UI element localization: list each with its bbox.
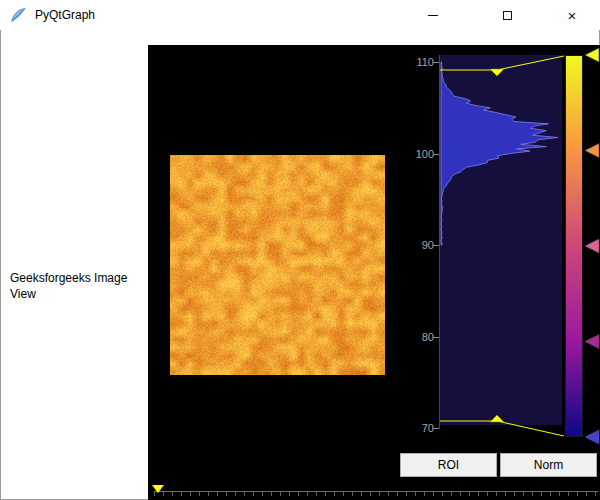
timeline-axis[interactable] <box>148 482 600 500</box>
close-button[interactable]: × <box>544 0 600 30</box>
window-title: PyQtGraph <box>35 8 95 22</box>
gradient-tick-arrow-icon[interactable] <box>585 48 599 62</box>
side-caption: Geeksforgeeks Image View <box>10 270 148 302</box>
timeline-marker-icon[interactable] <box>150 483 166 495</box>
axis-tick-label: 80 <box>400 331 434 343</box>
norm-button[interactable]: Norm <box>500 453 597 477</box>
maximize-icon <box>503 11 512 20</box>
minimize-icon <box>428 15 438 16</box>
axis-tick-label: 70 <box>400 422 434 434</box>
gradient-tick-arrow-icon[interactable] <box>585 430 599 444</box>
titlebar[interactable]: PyQtGraph × <box>0 0 600 30</box>
axis-tick-label: 100 <box>400 148 434 160</box>
timeline-line <box>154 491 598 492</box>
axis-tick-label: 110 <box>400 56 434 68</box>
timeline-ticks <box>154 492 598 496</box>
histogram-plot[interactable] <box>440 55 562 425</box>
close-icon: × <box>568 7 577 24</box>
noise-image[interactable] <box>170 155 385 375</box>
histogram-curve <box>440 55 562 425</box>
gradient-tick-arrow-icon[interactable] <box>585 144 599 158</box>
app-window: PyQtGraph × Geeksforgeeks Image View 110… <box>0 0 600 500</box>
gradient-tick-arrow-icon[interactable] <box>585 335 599 349</box>
window-controls: × <box>396 0 600 30</box>
maximize-button[interactable] <box>470 0 544 30</box>
minimize-button[interactable] <box>396 0 470 30</box>
axis-tick-label: 90 <box>400 239 434 251</box>
gradient-lut-bar[interactable] <box>565 55 583 437</box>
pyqtgraph-logo-icon <box>9 6 27 24</box>
gradient-tick-arrow-icon[interactable] <box>585 239 599 253</box>
imageview-widget: 110100908070 ROI Norm <box>148 45 600 500</box>
roi-button[interactable]: ROI <box>400 453 497 477</box>
